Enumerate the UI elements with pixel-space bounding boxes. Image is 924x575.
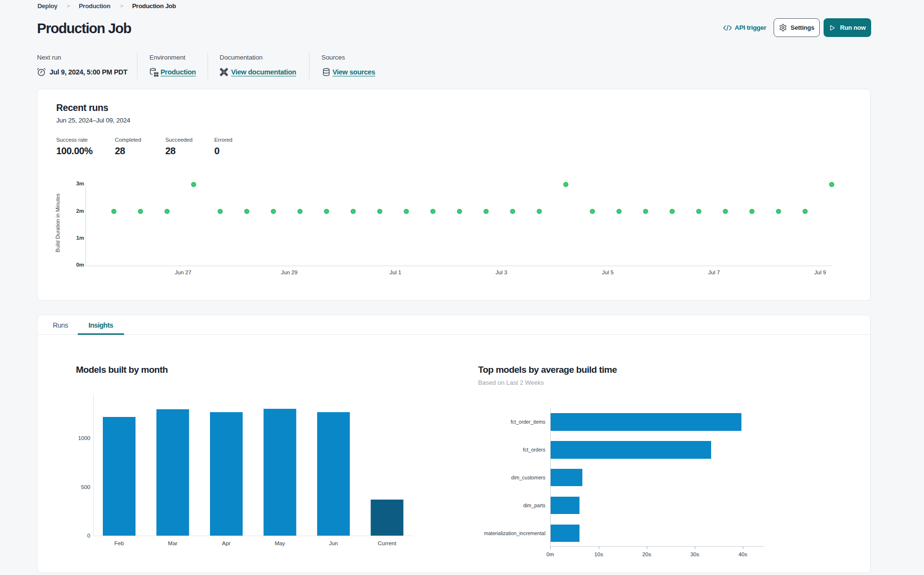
svg-text:0: 0 [87, 533, 90, 538]
svg-text:dim_parts: dim_parts [523, 502, 545, 508]
svg-text:Apr: Apr [222, 540, 231, 546]
svg-text:30s: 30s [690, 551, 700, 557]
svg-text:Jul 5: Jul 5 [602, 269, 614, 275]
svg-text:2m: 2m [76, 208, 84, 214]
svg-text:Feb: Feb [114, 540, 124, 546]
svg-text:Jul 7: Jul 7 [708, 269, 720, 275]
svg-text:May: May [275, 540, 285, 546]
svg-text:fct_orders: fct_orders [523, 447, 545, 453]
svg-text:Jul 9: Jul 9 [814, 269, 826, 275]
svg-text:1m: 1m [76, 235, 84, 241]
svg-text:Jun: Jun [329, 540, 338, 546]
svg-text:Build Duration in Minutes: Build Duration in Minutes [55, 193, 61, 252]
svg-text:Jul 3: Jul 3 [495, 269, 507, 275]
svg-text:10s: 10s [594, 551, 604, 557]
svg-text:20s: 20s [642, 551, 652, 557]
svg-text:Jun 29: Jun 29 [281, 269, 298, 275]
svg-text:Jul 1: Jul 1 [390, 269, 401, 275]
svg-text:0m: 0m [546, 551, 554, 557]
svg-text:3m: 3m [76, 181, 84, 186]
svg-text:40s: 40s [739, 551, 748, 557]
svg-text:1000: 1000 [78, 435, 90, 441]
svg-text:Current: Current [378, 540, 396, 546]
svg-text:fct_order_items: fct_order_items [511, 419, 545, 425]
svg-text:0m: 0m [76, 262, 84, 268]
svg-text:Mar: Mar [168, 540, 178, 546]
svg-text:dim_customers: dim_customers [511, 475, 545, 480]
svg-text:500: 500 [81, 484, 90, 490]
svg-text:Jun 27: Jun 27 [175, 269, 192, 275]
svg-text:materialization_incremental: materialization_incremental [484, 530, 545, 536]
